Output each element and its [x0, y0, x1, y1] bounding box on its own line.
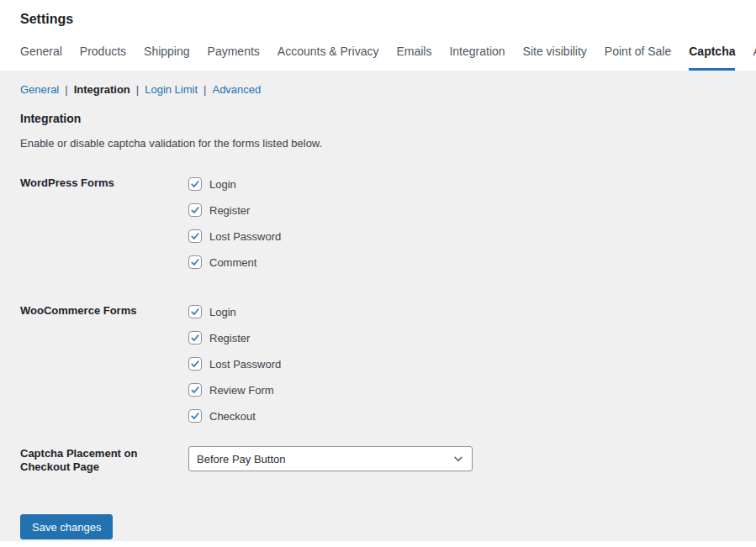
checkbox: [188, 255, 202, 269]
captcha-placement-field: Before Pay Button: [188, 446, 473, 471]
checkmark-icon: [190, 333, 200, 343]
tab-advanced[interactable]: Advanced: [753, 45, 756, 71]
checkbox: [188, 177, 202, 191]
settings-page: Settings General Products Shipping Payme…: [0, 0, 756, 546]
tab-emails[interactable]: Emails: [396, 45, 431, 71]
tab-products[interactable]: Products: [80, 45, 126, 71]
checkbox-label: Checkout: [209, 410, 256, 423]
page-title: Settings: [20, 12, 756, 27]
checkmark-icon: [190, 257, 200, 267]
tab-general[interactable]: General: [20, 45, 62, 71]
captcha-placement-label-text: Captcha Placement on Checkout Page: [20, 447, 155, 474]
wordpress-forms-field: Login Register Lost Password Comment: [188, 176, 281, 280]
checkbox: [188, 409, 202, 423]
checkbox: [188, 331, 202, 345]
captcha-placement-label: Captcha Placement on Checkout Page: [20, 446, 188, 474]
tab-integration[interactable]: Integration: [449, 45, 505, 71]
checkbox-wc-checkout[interactable]: Checkout: [188, 408, 281, 424]
captcha-integration-form: WordPress Forms Login Register Lost Pass…: [20, 176, 736, 539]
subnav-item-advanced[interactable]: Advanced: [212, 83, 261, 96]
section-description: Enable or disable captcha validation for…: [20, 137, 736, 150]
captcha-placement-select-wrap: Before Pay Button: [188, 446, 473, 471]
settings-header: Settings General Products Shipping Payme…: [0, 0, 756, 71]
checkbox: [188, 203, 202, 217]
checkbox-wc-review-form[interactable]: Review Form: [188, 381, 281, 398]
subnav-item-integration[interactable]: Integration: [74, 83, 130, 96]
checkbox: [188, 229, 202, 243]
tab-point-of-sale[interactable]: Point of Sale: [605, 45, 671, 71]
checkbox: [188, 383, 202, 397]
checkbox-wp-register[interactable]: Register: [188, 202, 281, 218]
checkbox-wp-comment[interactable]: Comment: [188, 254, 281, 271]
checkmark-icon: [190, 411, 200, 421]
bottom-strip: [0, 541, 756, 546]
settings-tabs: General Products Shipping Payments Accou…: [20, 27, 756, 71]
woocommerce-forms-label: WooCommerce Forms: [20, 303, 188, 318]
checkmark-icon: [190, 205, 200, 215]
section-heading: Integration: [20, 112, 736, 126]
checkbox-label: Login: [209, 306, 236, 318]
checkbox-wp-login[interactable]: Login: [188, 176, 281, 192]
subnav-item-login-limit[interactable]: Login Limit: [145, 83, 198, 96]
tab-captcha[interactable]: Captcha: [689, 45, 735, 71]
tab-accounts-privacy[interactable]: Accounts & Privacy: [278, 45, 379, 71]
wordpress-forms-label: WordPress Forms: [20, 176, 188, 190]
captcha-placement-select[interactable]: Before Pay Button: [188, 446, 473, 471]
checkbox-label: Review Form: [209, 384, 274, 397]
subnav-item-general[interactable]: General: [20, 83, 59, 96]
checkbox-label: Register: [209, 332, 250, 345]
checkmark-icon: [190, 359, 200, 369]
checkmark-icon: [190, 231, 200, 241]
form-row-woocommerce-forms: WooCommerce Forms Login Register Lost Pa…: [20, 303, 736, 434]
tab-payments[interactable]: Payments: [208, 45, 260, 71]
checkmark-icon: [190, 307, 200, 317]
save-changes-button[interactable]: Save changes: [20, 514, 113, 539]
checkmark-icon: [190, 179, 200, 189]
tab-site-visibility[interactable]: Site visibility: [523, 45, 587, 71]
checkbox-wc-login[interactable]: Login: [188, 303, 281, 320]
checkbox-wc-register[interactable]: Register: [188, 329, 281, 346]
captcha-settings-content: General|Integration|Login Limit|Advanced…: [0, 71, 756, 541]
checkbox-label: Register: [209, 204, 250, 217]
checkmark-icon: [190, 385, 200, 395]
checkbox: [188, 305, 202, 318]
checkbox-label: Comment: [209, 256, 256, 269]
checkbox-wp-lost-password[interactable]: Lost Password: [188, 228, 281, 245]
subnav-separator: |: [65, 83, 67, 96]
woocommerce-forms-field: Login Register Lost Password Review Form: [188, 303, 281, 434]
subnav-separator: |: [136, 83, 139, 96]
tab-shipping[interactable]: Shipping: [144, 45, 190, 71]
checkbox-wc-lost-password[interactable]: Lost Password: [188, 355, 281, 372]
checkbox-label: Login: [209, 178, 236, 191]
checkbox: [188, 357, 202, 371]
captcha-subnav: General|Integration|Login Limit|Advanced: [20, 83, 736, 97]
subnav-separator: |: [204, 83, 206, 96]
form-row-wordpress-forms: WordPress Forms Login Register Lost Pass…: [20, 176, 736, 280]
checkbox-label: Lost Password: [209, 230, 281, 243]
checkbox-label: Lost Password: [209, 358, 281, 371]
form-row-captcha-placement: Captcha Placement on Checkout Page Befor…: [20, 446, 736, 474]
